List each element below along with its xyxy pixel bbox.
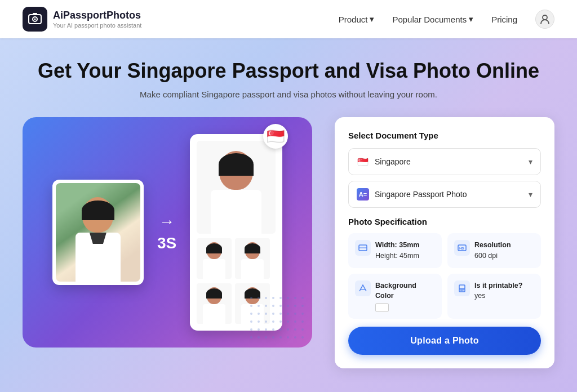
logo-area: AiPassportPhotos Your AI passport photo … bbox=[23, 7, 141, 32]
document-type-icon: A= bbox=[357, 188, 369, 201]
form-panel: Select Document Type 🇸🇬 Singapore ▾ A= S… bbox=[335, 117, 554, 368]
hero-title: Get Your Singapore Passport and Visa Pho… bbox=[23, 59, 554, 83]
photo-demo-card: → 3S 🇸🇬 bbox=[23, 117, 312, 348]
svg-point-2 bbox=[34, 19, 36, 20]
hero-text-center: Get Your Singapore Passport and Visa Pho… bbox=[23, 59, 554, 99]
background-color-icon bbox=[355, 280, 371, 296]
hero-section: Get Your Singapore Passport and Visa Pho… bbox=[0, 38, 577, 392]
dimensions-icon bbox=[355, 240, 371, 256]
background-color-swatch bbox=[375, 303, 389, 312]
small-photos-row bbox=[197, 238, 276, 279]
small-head-3 bbox=[207, 287, 221, 304]
dots-background: // dots generated inline below bbox=[250, 297, 307, 342]
person-collar bbox=[90, 233, 106, 244]
person-head-after bbox=[219, 151, 253, 190]
person-hair bbox=[82, 201, 114, 220]
dimensions-text: Width: 35mmHeight: 45mm bbox=[375, 240, 419, 261]
document-type-label: Singapore Passport Photo bbox=[375, 190, 467, 199]
spec-card-printable: Is it printable?yes bbox=[447, 274, 541, 319]
main-passport-photo bbox=[197, 141, 276, 234]
document-type-select[interactable]: A= Singapore Passport Photo ▾ bbox=[348, 181, 541, 208]
small-passport-photo-3 bbox=[197, 283, 232, 324]
country-select-left: 🇸🇬 Singapore bbox=[357, 155, 411, 168]
before-photo-image bbox=[56, 183, 140, 282]
before-photo bbox=[52, 180, 144, 285]
chevron-down-icon: ▾ bbox=[370, 14, 374, 24]
printable-text: Is it printable?yes bbox=[474, 280, 522, 302]
small-person-1 bbox=[203, 242, 225, 279]
person-body bbox=[76, 233, 121, 282]
chevron-down-icon: ▾ bbox=[529, 157, 532, 166]
small-passport-photo-2 bbox=[235, 238, 270, 279]
svg-rect-10 bbox=[459, 285, 465, 289]
country-label: Singapore bbox=[375, 157, 411, 166]
resolution-text: Resolution600 dpi bbox=[474, 240, 511, 261]
nav-product[interactable]: Product ▾ bbox=[339, 14, 375, 24]
chevron-down-icon: ▾ bbox=[469, 14, 473, 24]
spec-card-resolution: HD Resolution600 dpi bbox=[447, 233, 541, 268]
navbar: AiPassportPhotos Your AI passport photo … bbox=[0, 0, 577, 38]
small-head-1 bbox=[207, 242, 221, 259]
logo-title: AiPassportPhotos bbox=[53, 10, 141, 22]
small-hair-1 bbox=[206, 243, 222, 253]
spec-grid: Width: 35mmHeight: 45mm HD Resolution600… bbox=[348, 233, 541, 319]
photo-demo-inner: → 3S 🇸🇬 bbox=[52, 134, 282, 331]
user-account-icon[interactable] bbox=[535, 10, 554, 29]
singapore-flag-icon: 🇸🇬 bbox=[357, 155, 369, 168]
spec-card-background-color: Background Color bbox=[348, 274, 442, 319]
photo-spec-title: Photo Specification bbox=[348, 217, 541, 226]
hero-subtitle: Make compliant Singapore passport and vi… bbox=[23, 90, 554, 99]
person-head bbox=[82, 197, 113, 233]
time-label: 3S bbox=[157, 234, 176, 252]
printable-icon bbox=[454, 280, 470, 296]
person-body-after bbox=[211, 190, 261, 234]
logo-subtitle: Your AI passport photo assistant bbox=[53, 22, 141, 29]
nav-popular-documents[interactable]: Popular Documents ▾ bbox=[392, 14, 473, 24]
country-select[interactable]: 🇸🇬 Singapore ▾ bbox=[348, 148, 541, 175]
singapore-flag-badge: 🇸🇬 bbox=[263, 124, 288, 149]
nav-links: Product ▾ Popular Documents ▾ Pricing bbox=[339, 10, 554, 29]
small-body-3 bbox=[203, 304, 225, 324]
transformation-arrow: → 3S bbox=[157, 213, 176, 252]
small-head-2 bbox=[245, 242, 260, 259]
background-color-text: Background Color bbox=[375, 280, 435, 312]
small-person-2 bbox=[241, 242, 264, 279]
logo-text-area: AiPassportPhotos Your AI passport photo … bbox=[53, 10, 141, 29]
hero-content: → 3S 🇸🇬 bbox=[23, 117, 554, 368]
svg-text:HD: HD bbox=[459, 247, 464, 250]
small-body-2 bbox=[241, 259, 264, 279]
person-figure-after bbox=[205, 146, 267, 234]
document-type-select-left: A= Singapore Passport Photo bbox=[357, 188, 467, 201]
select-document-type-label: Select Document Type bbox=[348, 131, 541, 140]
person-hair-after bbox=[219, 153, 254, 176]
logo-icon bbox=[23, 7, 47, 32]
chevron-down-icon: ▾ bbox=[529, 190, 532, 199]
svg-point-4 bbox=[543, 15, 547, 20]
spec-card-dimensions: Width: 35mmHeight: 45mm bbox=[348, 233, 442, 268]
small-body-1 bbox=[203, 259, 225, 279]
upload-photo-button[interactable]: Upload a Photo bbox=[348, 327, 541, 355]
small-person-3 bbox=[203, 287, 225, 324]
nav-pricing[interactable]: Pricing bbox=[491, 15, 517, 24]
arrow-icon: → bbox=[159, 213, 175, 231]
small-hair-3 bbox=[206, 288, 222, 299]
small-hair-2 bbox=[245, 243, 260, 253]
small-passport-photo-1 bbox=[197, 238, 232, 279]
svg-rect-3 bbox=[33, 13, 37, 15]
resolution-icon: HD bbox=[454, 240, 470, 256]
